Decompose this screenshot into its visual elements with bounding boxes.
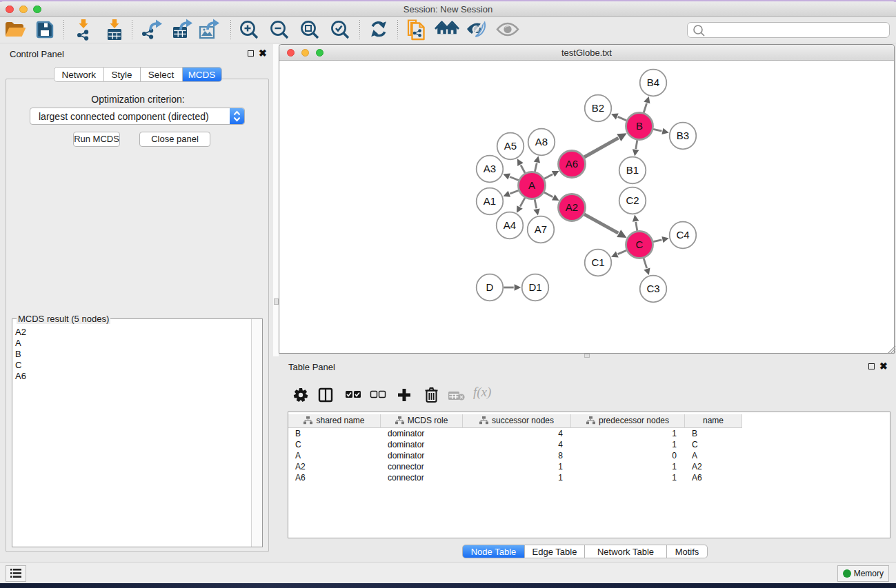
svg-text:A3: A3 [484,163,496,174]
svg-text:C4: C4 [676,229,689,241]
svg-text:A: A [528,179,535,191]
svg-text:C3: C3 [646,283,659,294]
svg-text:A5: A5 [504,140,517,152]
svg-text:D: D [486,281,494,293]
svg-text:A2: A2 [566,201,578,213]
svg-text:D1: D1 [528,281,541,293]
svg-text:C1: C1 [591,256,604,268]
svg-text:B2: B2 [592,102,604,114]
svg-text:B4: B4 [647,77,659,88]
svg-text:A7: A7 [535,223,547,235]
svg-text:C: C [636,239,644,250]
svg-text:B3: B3 [677,130,689,141]
svg-text:A6: A6 [566,158,578,170]
svg-text:A4: A4 [504,219,516,231]
svg-text:A8: A8 [535,136,548,148]
svg-text:C2: C2 [626,194,639,206]
svg-text:B: B [636,120,643,132]
svg-text:A1: A1 [484,195,496,207]
svg-text:B1: B1 [626,164,639,176]
